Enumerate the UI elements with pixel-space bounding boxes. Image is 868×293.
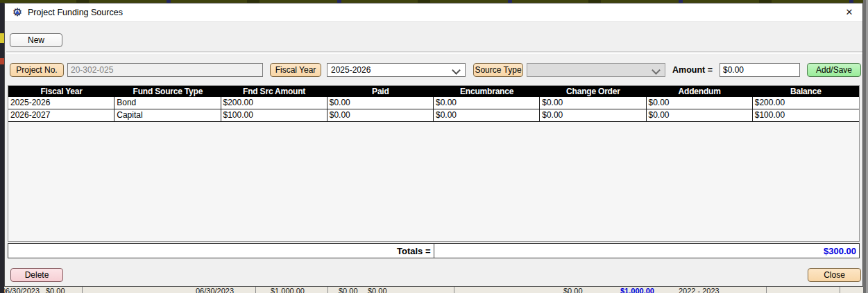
totals-label-cell: Totals = [8, 243, 434, 258]
table-cell: $0.00 [540, 109, 646, 121]
chevron-down-icon [452, 66, 461, 75]
background-window-row: 06/30/2023$0.0006/30/2023$1,000.00$0.00$… [4, 287, 863, 293]
background-row-fragment: $0.00 [46, 287, 65, 293]
project-no-input[interactable] [67, 63, 263, 77]
table-cell: Bond [114, 97, 221, 109]
background-row-fragment: 06/30/2023 [196, 287, 234, 293]
table-cell: $100.00 [753, 109, 859, 121]
background-row-fragment: $0.00 [368, 287, 387, 293]
table-empty-area [8, 122, 859, 241]
column-header-paid: Paid [327, 86, 434, 97]
background-row-separator [327, 287, 328, 293]
close-icon[interactable]: ✕ [844, 7, 855, 18]
totals-row: Totals = $300.00 [8, 243, 860, 258]
background-row-separator [82, 287, 83, 293]
source-type-button[interactable]: Source Type [473, 63, 523, 77]
background-row-fragment: $1,000.00 [271, 287, 305, 293]
column-header-balance: Balance [753, 86, 859, 97]
fiscal-year-select[interactable]: 2025-2026 [327, 63, 466, 77]
table-row[interactable]: 2025-2026 Bond $200.00 $0.00 $0.00 $0.00… [8, 97, 859, 109]
add-save-button[interactable]: Add/Save [807, 63, 861, 77]
background-row-fragment: $1,000.00 [620, 287, 654, 293]
background-row-separator [255, 287, 256, 293]
amount-input[interactable] [720, 63, 800, 77]
chevron-down-icon [652, 66, 661, 75]
amount-label: Amount = [672, 63, 713, 77]
background-row-separator [454, 287, 454, 293]
table-cell: $0.00 [647, 109, 753, 121]
totals-value: $300.00 [824, 246, 856, 256]
table-cell: $0.00 [434, 109, 540, 121]
separator-line [6, 51, 862, 54]
fiscal-year-selected-value: 2025-2026 [331, 64, 371, 76]
table-cell: $0.00 [647, 97, 753, 109]
new-button[interactable]: New [10, 33, 62, 47]
table-cell: Capital [114, 109, 221, 121]
table-cell: $200.00 [753, 97, 859, 109]
column-header-fund-source-type: Fund Source Type [114, 86, 221, 97]
column-header-addendum: Addendum [647, 86, 753, 97]
project-no-button[interactable]: Project No. [10, 63, 64, 77]
table-row[interactable]: 2026-2027 Capital $100.00 $0.00 $0.00 $0… [8, 109, 859, 122]
background-row-fragment: 06/30/2023 [4, 287, 40, 293]
column-header-change-order: Change Order [540, 86, 646, 97]
background-row-separator [766, 287, 767, 293]
window-title: Project Funding Sources [28, 3, 123, 22]
fiscal-year-button[interactable]: Fiscal Year [270, 63, 321, 77]
table-cell: $0.00 [327, 97, 434, 109]
table-cell: 2026-2027 [8, 109, 114, 121]
title-bar: ⚙ Project Funding Sources ✕ [5, 3, 862, 22]
column-header-encumbrance: Encumbrance [434, 86, 540, 97]
column-header-fiscal-year: Fiscal Year [8, 86, 114, 97]
table-cell: $200.00 [221, 97, 327, 109]
close-button[interactable]: Close [808, 268, 861, 282]
table-cell: 2025-2026 [8, 97, 114, 109]
background-row-fragment: $0.00 [339, 287, 358, 293]
delete-button[interactable]: Delete [10, 268, 63, 282]
totals-label: Totals = [397, 246, 431, 256]
table-cell: $100.00 [221, 109, 327, 121]
funding-sources-table: Fiscal Year Fund Source Type Fnd Src Amo… [8, 85, 860, 242]
source-type-select[interactable] [527, 63, 665, 77]
background-row-separator [840, 287, 840, 293]
background-row-fragment: 2022 - 2023 [679, 287, 720, 293]
project-funding-sources-dialog: ⚙ Project Funding Sources ✕ New Project … [4, 3, 863, 287]
background-row-fragment: $0.00 [563, 287, 583, 293]
table-cell: $0.00 [327, 109, 434, 121]
totals-value-cell: $300.00 [434, 243, 860, 258]
table-header-row: Fiscal Year Fund Source Type Fnd Src Amo… [8, 86, 859, 97]
table-cell: $0.00 [434, 97, 540, 109]
background-window-right-sliver [863, 0, 868, 293]
app-gear-icon: ⚙ [11, 6, 24, 18]
screen: 06/30/2023$0.0006/30/2023$1,000.00$0.00$… [0, 0, 868, 293]
table-cell: $0.00 [540, 97, 646, 109]
column-header-fnd-src-amount: Fnd Src Amount [221, 86, 327, 97]
